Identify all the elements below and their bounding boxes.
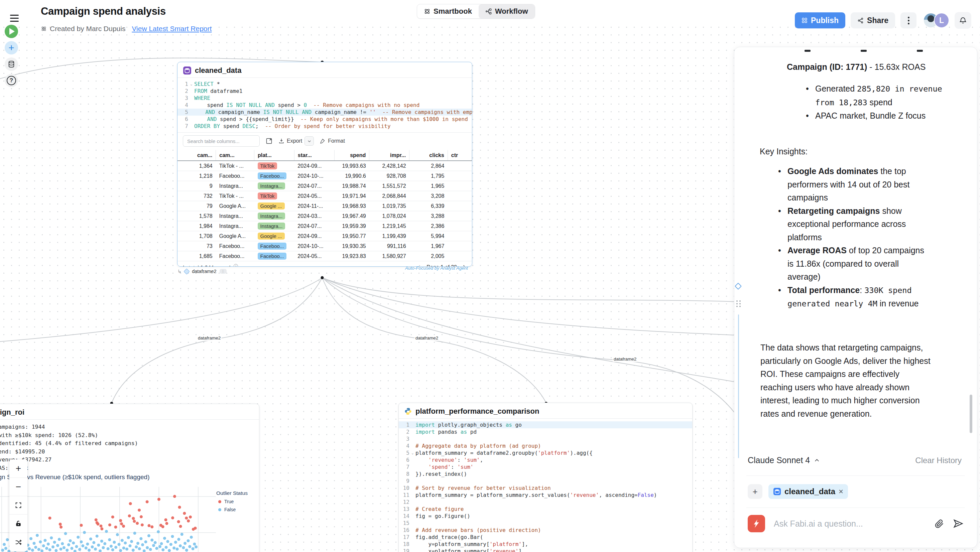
table-cell <box>447 221 472 231</box>
table-cell: Faceboo... <box>255 251 294 261</box>
legend-dot-true <box>218 500 221 503</box>
list-item: •Generated 285,820 in revenue from 18,28… <box>806 82 953 109</box>
table-cell: 19,967.49 <box>334 211 369 221</box>
table-cell: Instagra... <box>255 181 294 191</box>
ask-question-input[interactable] <box>774 519 926 529</box>
add-context-button[interactable]: + <box>748 484 762 499</box>
platform-badge: Faceboo... <box>258 172 287 180</box>
table-cell: 2024-05... <box>294 191 334 201</box>
output-dataframe-label[interactable]: dataframe2 <box>192 269 216 274</box>
python-icon <box>404 407 412 415</box>
code-line: 2 FROM dataframe1 <box>178 87 472 95</box>
publish-button[interactable]: Publish <box>795 12 845 29</box>
table-cell: 19,950.77 <box>334 231 369 241</box>
table-cell: Faceboo... <box>216 251 255 261</box>
send-icon[interactable] <box>953 518 964 529</box>
workflow-icon <box>485 8 492 15</box>
column-header[interactable]: clicks <box>409 150 448 161</box>
table-cell: Faceboo... <box>216 171 255 181</box>
table-row[interactable]: 1,578Instagra...Instagra...2024-03...19,… <box>178 211 472 221</box>
shuffle-layout-button[interactable] <box>10 533 27 551</box>
help-button[interactable]: ? <box>5 74 18 87</box>
node-platform-performance[interactable]: platform_performance_comparison 1 import… <box>398 402 692 552</box>
add-node-button[interactable]: + <box>5 41 18 54</box>
menu-icon[interactable] <box>10 15 19 22</box>
table-cell <box>447 241 472 251</box>
scrollbar[interactable] <box>970 395 972 433</box>
info-icon[interactable]: i <box>234 264 238 267</box>
view-toggle: Smartbook Workflow <box>417 4 535 19</box>
column-header[interactable]: ctr <box>447 150 472 161</box>
tab-smartbook[interactable]: Smartbook <box>417 4 479 18</box>
column-header[interactable]: star... <box>294 150 334 161</box>
data-sources-button[interactable] <box>5 57 18 71</box>
campaign-heading: Campaign (ID: 1771) - 15.63x ROAS <box>787 60 947 74</box>
table-row[interactable]: 1,708Google A...Google ...2024-09...19,9… <box>178 231 472 241</box>
search-placeholder: Search table columns... <box>187 138 240 144</box>
sql-code[interactable]: 1⌄SELECT *2 FROM dataframe13 WHERE4 spen… <box>178 78 472 132</box>
platform-badge: Instagra... <box>258 223 285 229</box>
expand-icon[interactable] <box>266 138 272 144</box>
column-header[interactable]: plat... <box>255 150 294 161</box>
column-header[interactable]: cam... <box>216 150 255 161</box>
table-cell <box>447 171 472 181</box>
legend-dot-false <box>218 508 221 511</box>
clear-history-button[interactable]: Clear History <box>915 456 962 465</box>
attach-icon[interactable] <box>934 519 944 529</box>
table-cell: TikTok <box>255 191 294 201</box>
lock-button[interactable] <box>10 515 27 533</box>
table-cell: 3,288 <box>409 211 448 221</box>
notifications-button[interactable] <box>955 12 971 29</box>
table-row[interactable]: 79Google A...Google ...2024-11-...19,968… <box>178 201 472 211</box>
search-input[interactable]: Search table columns... <box>183 135 260 147</box>
legend-item[interactable]: True <box>216 499 248 504</box>
table-cell: 9 <box>178 181 216 191</box>
fit-view-button[interactable] <box>10 496 27 515</box>
close-icon[interactable]: × <box>838 487 843 496</box>
model-selector[interactable]: Claude Sonnet 4 <box>748 455 820 465</box>
python-code[interactable]: 1 import plotly.graph_objects as go2 imp… <box>399 419 692 552</box>
code-line: 3 <box>399 435 692 442</box>
smart-report-link[interactable]: View Latest Smart Report <box>132 25 212 33</box>
column-header[interactable]: impr... <box>369 150 409 161</box>
code-line: 5 AND campaign_name IS NOT NULL AND camp… <box>178 108 472 116</box>
node-cleaned-data[interactable]: cleaned_data 1⌄SELECT *2 FROM dataframe1… <box>177 62 472 267</box>
table-row[interactable]: 1,218Faceboo...Faceboo...2024-10-...19,9… <box>178 171 472 181</box>
table-cell: 991,116 <box>369 241 409 251</box>
zoom-out-button[interactable]: − <box>10 478 27 496</box>
sql-table-icon <box>773 487 781 496</box>
list-item: •APAC market, Bundle Z focus <box>806 109 953 122</box>
column-header[interactable]: cam... <box>178 150 216 161</box>
table-row[interactable]: 9Instagra...Instagra...2024-07...19,988.… <box>178 181 472 191</box>
table-cell: 928,708 <box>369 171 409 181</box>
table-cell: 79 <box>178 201 216 211</box>
table-row[interactable]: 1,984Instagra...Instagra...2024-07...19,… <box>178 221 472 231</box>
drag-handle-icon[interactable] <box>737 301 741 307</box>
tab-workflow[interactable]: Workflow <box>479 4 535 18</box>
context-chip-cleaned-data[interactable]: cleaned_data × <box>768 484 848 499</box>
table-cell: 3,208 <box>409 191 448 201</box>
table-cell <box>447 211 472 221</box>
table-toolbar: Search table columns... Export Format <box>178 133 472 150</box>
column-header[interactable]: spend <box>334 150 369 161</box>
legend-item[interactable]: False <box>216 507 248 512</box>
table-row[interactable]: 1,685Faceboo...Faceboo...2024-05...19,92… <box>178 251 472 261</box>
code-line: 18 y=platform_summary['platform'], <box>399 541 692 548</box>
table-cell: 1,967 <box>409 241 448 251</box>
table-row[interactable]: 732TikTok - ...TikTok2024-05...19,971.94… <box>178 191 472 201</box>
more-options-button[interactable] <box>900 12 916 29</box>
zoom-in-button[interactable]: + <box>10 460 27 478</box>
export-dropdown[interactable] <box>304 136 314 146</box>
node-campaign-roi[interactable]: campaign_roi Filtered campaigns: 1944Cam… <box>0 404 259 552</box>
table-row[interactable]: 73Faceboo...Faceboo...2024-10-...19,930.… <box>178 241 472 251</box>
run-button[interactable] <box>5 25 18 38</box>
share-button[interactable]: Share <box>851 12 895 29</box>
avatar[interactable]: L <box>934 13 949 28</box>
context-chip-label: cleaned_data <box>784 487 835 496</box>
table-row[interactable]: 1,364TikTok - ...TikTok2024-09...19,993.… <box>178 161 472 171</box>
dataframe-link-icon[interactable] <box>735 283 742 290</box>
ai-chat-panel: Campaign (ID: 1771) - 15.63x ROAS •Gener… <box>734 47 977 548</box>
format-button[interactable]: Format <box>320 138 345 144</box>
drag-handle[interactable]: ⋮ <box>220 269 227 274</box>
export-button[interactable]: Export <box>278 136 314 146</box>
